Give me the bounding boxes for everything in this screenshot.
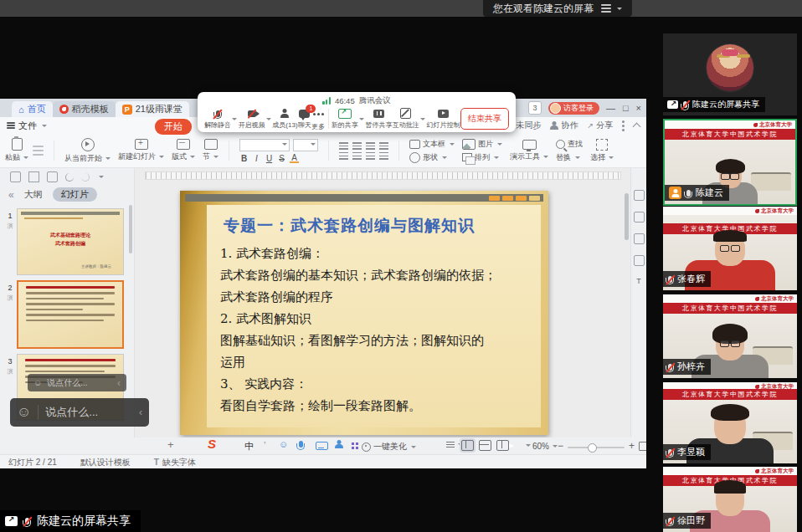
arrange-button[interactable]: 排列: [462, 152, 502, 163]
collapse-chat-icon[interactable]: ‹: [139, 407, 142, 418]
new-slide-button[interactable]: 新建幻灯片: [118, 139, 164, 162]
slide-canvas[interactable]: 专题一：武术套路创编与图解知识 1. 武术套路创编： 武术套路创编的基本知识；武…: [180, 191, 548, 435]
guest-login-button[interactable]: 访客登录: [548, 102, 599, 115]
slide-control-button[interactable]: 幻灯片控制: [427, 109, 460, 130]
picture-button[interactable]: 图片: [462, 139, 502, 150]
close-button[interactable]: ×: [636, 103, 641, 113]
chat-input-placeholder[interactable]: 说点什么...: [45, 405, 98, 420]
slideshow-options-icon[interactable]: [526, 444, 531, 447]
cut-copy-painter-buttons[interactable]: [33, 146, 44, 156]
shape-button[interactable]: 形状: [409, 152, 455, 163]
zoom-slider-thumb[interactable]: [588, 443, 597, 453]
tab-document[interactable]: P 21级雨课堂: [116, 101, 189, 117]
minimize-button[interactable]: —: [606, 103, 615, 113]
strike-button[interactable]: S: [277, 154, 286, 163]
new-file-icon[interactable]: [10, 171, 21, 182]
annotate-button[interactable]: 互动批注: [393, 109, 419, 130]
participant-tile-screen-share[interactable]: 陈建云的屏幕共享: [663, 33, 797, 115]
participant-tile[interactable]: 北京体育大学 北京体育大学中国武术学院 孙梓卉: [663, 294, 797, 378]
underline-button[interactable]: U: [265, 154, 274, 163]
italic-button[interactable]: I: [252, 154, 261, 163]
tab-home[interactable]: ⌂ 首页: [12, 101, 53, 117]
paste-button[interactable]: 粘贴: [5, 138, 28, 163]
new-share-button[interactable]: 新的共享: [332, 109, 358, 130]
design-template[interactable]: 默认设计模板: [80, 457, 131, 468]
beautify-button[interactable]: 一键美化: [362, 441, 416, 453]
missing-font-warning[interactable]: T 缺失字体: [154, 457, 196, 468]
ime-mode-icon[interactable]: 中: [244, 440, 254, 453]
design-pane-icon[interactable]: [634, 233, 645, 244]
ime-account-icon[interactable]: [335, 440, 343, 448]
find-button[interactable]: 查找: [556, 139, 583, 150]
keyboard-icon[interactable]: [316, 442, 328, 450]
more-button[interactable]: 更多: [311, 107, 325, 131]
file-menu-button[interactable]: 文件: [7, 120, 47, 132]
collaborate-button[interactable]: 协作: [550, 120, 578, 131]
undo-icon[interactable]: [65, 173, 74, 182]
pause-share-button[interactable]: 暂停共享: [366, 109, 393, 130]
zoom-level[interactable]: 60%: [532, 442, 558, 451]
collapse-ribbon-icon[interactable]: [633, 123, 641, 131]
zoom-in-button[interactable]: +: [629, 440, 635, 452]
bold-button[interactable]: B: [239, 154, 249, 163]
font-color-button[interactable]: A: [290, 154, 299, 163]
zoom-slider[interactable]: [568, 447, 625, 448]
output-icon[interactable]: [47, 171, 58, 182]
share-options-icon[interactable]: [359, 118, 364, 120]
audio-options-icon[interactable]: [232, 118, 237, 120]
alignment-buttons[interactable]: [339, 142, 388, 150]
emoji-icon[interactable]: ☺: [33, 378, 42, 387]
tab-slides[interactable]: 幻灯片: [53, 187, 97, 202]
normal-view-button[interactable]: [461, 440, 474, 451]
panel-scrollbar[interactable]: [129, 205, 132, 253]
quick-chat-bubble-large[interactable]: ☺ 说点什么... ‹: [10, 398, 149, 427]
voice-input-icon[interactable]: [299, 441, 303, 448]
tab-outline[interactable]: 大纲: [24, 188, 43, 201]
end-share-button[interactable]: 结束共享: [460, 108, 509, 130]
hamburger-icon[interactable]: [601, 8, 611, 9]
list-indent-buttons[interactable]: [339, 152, 388, 160]
save-icon[interactable]: [28, 171, 39, 182]
annotate-options-icon[interactable]: [420, 118, 425, 120]
text-pane-icon[interactable]: T: [636, 277, 641, 285]
chat-button[interactable]: 1 聊天: [298, 109, 311, 130]
slide-thumbnail-2-selected[interactable]: [17, 280, 124, 349]
slide-sorter-view-button[interactable]: [479, 440, 491, 451]
customize-qat-icon[interactable]: [99, 176, 104, 178]
properties-pane-icon[interactable]: [634, 190, 645, 201]
reading-view-button[interactable]: [496, 440, 509, 451]
emoji-icon[interactable]: ☺: [279, 439, 288, 449]
play-from-current-button[interactable]: 从当前开始: [64, 138, 111, 164]
key-badge[interactable]: 3: [528, 101, 542, 115]
slide-thumbnail-1[interactable]: 武术基础套路理论 武术套路创编 主讲教师：陈建云: [17, 208, 124, 275]
collapse-chat-icon[interactable]: ‹: [117, 377, 121, 389]
font-name-select[interactable]: [239, 139, 290, 151]
textbox-button[interactable]: 文本框: [409, 139, 455, 150]
section-button[interactable]: 节: [203, 139, 218, 162]
participant-tile-active-speaker[interactable]: 北京体育大学 北京体育大学中国武术学院 陈建云: [663, 119, 797, 206]
tab-docer[interactable]: 稻壳模板: [53, 101, 116, 117]
ribbon-tab-start[interactable]: 开始: [155, 119, 192, 135]
collapse-panel-button[interactable]: «: [8, 189, 14, 201]
participant-tile[interactable]: 北京体育大学 北京体育大学中国武术学院 张春辉: [663, 207, 797, 290]
members-button[interactable]: 成员(13): [272, 109, 297, 130]
viewer-status-pill[interactable]: 您在观看陈建云的屏幕: [483, 0, 632, 17]
comment-pane-icon[interactable]: [634, 255, 645, 266]
editor-scrollbar[interactable]: [625, 193, 629, 240]
align-options-button[interactable]: [446, 442, 463, 448]
quick-chat-bubble-small[interactable]: ☺ 说点什么... ‹: [28, 374, 126, 391]
start-video-button[interactable]: 开启视频: [239, 109, 265, 130]
share-button[interactable]: ↗ 分享: [587, 120, 613, 131]
font-size-select[interactable]: [293, 139, 318, 151]
select-button[interactable]: 选择: [590, 139, 614, 163]
participant-tile[interactable]: 北京体育大学 北京体育大学中国武术学院 徐田野: [663, 467, 797, 532]
video-options-icon[interactable]: [266, 118, 271, 120]
fit-to-window-icon[interactable]: [639, 442, 646, 451]
ime-toolbox-icon[interactable]: [352, 442, 354, 445]
sogou-logo-icon[interactable]: S: [208, 437, 216, 451]
more-menu-icon[interactable]: [622, 125, 625, 127]
unmute-button[interactable]: 解除静音: [204, 109, 231, 130]
redo-icon[interactable]: [81, 173, 90, 182]
layout-button[interactable]: 版式: [172, 139, 195, 162]
emoji-icon[interactable]: ☺: [17, 404, 31, 421]
